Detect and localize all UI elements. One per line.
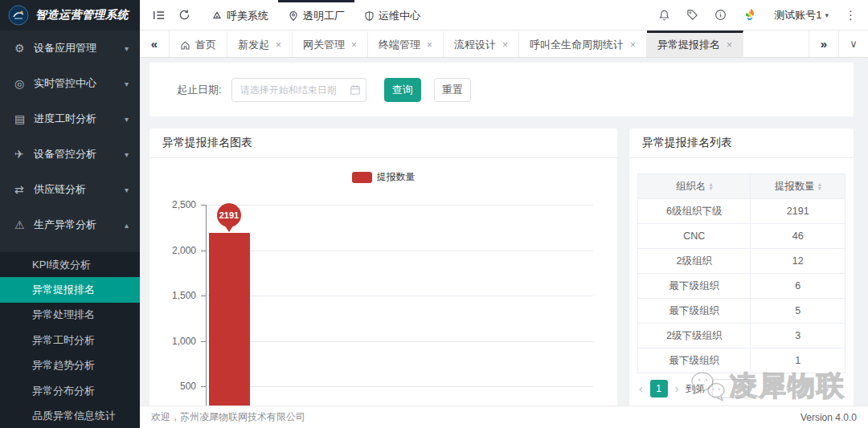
more-options-icon[interactable]: ⋮ [845,8,857,22]
wrench-icon: ⚙ [14,42,34,55]
tab-label: 终端管理 [379,38,420,52]
version-text: Version 4.0.0 [800,412,857,423]
topbar-left: 呼美系统透明工厂运维中心 [140,0,430,30]
close-icon[interactable]: × [630,39,636,51]
table-cell: 46 [751,224,845,249]
tab-网关管理[interactable]: 网关管理× [293,31,368,57]
sidebar-subitem-异常趋势分析[interactable]: 异常趋势分析 [0,353,140,378]
topnav-label: 呼美系统 [227,9,268,23]
sidebar-group-设备管控分析[interactable]: ✈设备管控分析▾ [0,137,140,172]
chevron-down-icon: ∨ [850,38,858,50]
info-icon[interactable] [714,9,727,21]
sidebar-subitem-品质异常信息统计[interactable]: 品质异常信息统计 [0,403,140,428]
welcome-text: 欢迎，苏州凌犀物联网技术有限公司 [151,410,305,424]
tab-label: 首页 [195,38,216,52]
chart-ytick-label: 2,500 [149,199,196,210]
current-page-button[interactable]: 1 [650,380,668,397]
sidebar-subitem-异常处理排名[interactable]: 异常处理排名 [0,303,140,328]
column-header-组织名[interactable]: 组织名▴▾ [638,174,751,199]
collapse-menu-icon[interactable] [153,10,166,21]
caret-down-icon: ▾ [818,186,821,190]
sidebar-group-label: 进度工时分析 [34,112,125,126]
table-cell: 2级组织 [638,249,751,274]
caret-down-icon: ▾ [709,186,712,190]
sidebar-group-设备应用管理[interactable]: ⚙设备应用管理▾ [0,31,140,66]
table-cell: 2191 [751,199,845,224]
tabs-spacer [743,31,809,57]
tabs-scroll-left-button[interactable]: « [140,31,170,57]
sidebar-submenu: KPI绩效分析异常提报排名异常处理排名异常工时分析异常趋势分析异常分布分析品质异… [0,252,140,428]
table-row: 最下级组织1 [638,349,845,373]
table-cell: 3 [751,324,845,349]
sidebar-group-进度工时分析[interactable]: ▤进度工时分析▾ [0,101,140,137]
chevron-down-icon: ▾ [825,11,829,19]
sidebar-subitem-异常工时分析[interactable]: 异常工时分析 [0,328,140,353]
sidebar-subitem-KPI绩效分析[interactable]: KPI绩效分析 [0,252,140,277]
recycle-icon [211,10,223,22]
table-cell: 1 [751,349,845,373]
tag-icon[interactable] [686,9,698,21]
close-icon[interactable]: × [727,39,732,51]
date-range-input[interactable] [231,78,366,102]
tab-首页[interactable]: 首页 [170,31,227,57]
sidebar-group-实时管控中心[interactable]: ◎实时管控中心▾ [0,66,140,101]
footer: 欢迎，苏州凌犀物联网技术有限公司 Version 4.0.0 [140,406,868,428]
table-cell: 2级下级组织 [638,324,751,349]
close-icon[interactable]: × [427,39,432,51]
user-menu[interactable]: 测试账号1 ▾ [774,8,829,22]
close-icon[interactable]: × [276,39,281,51]
close-icon[interactable]: × [351,39,357,51]
tabs-scroll-right-button[interactable]: » [809,31,838,57]
chart-ytick-label: 1,500 [149,290,196,301]
tab-流程设计[interactable]: 流程设计× [444,31,519,57]
tab-label: 流程设计 [454,38,496,52]
rank-table-wrap: 组织名▴▾提报数量▴▾6级组织下级2191CNC462级组织12最下级组织6最下… [637,173,845,373]
prev-page-icon[interactable]: ‹ [639,382,643,395]
table-row: 6级组织下级2191 [638,199,845,224]
tab-终端管理[interactable]: 终端管理× [368,31,444,57]
column-header-提报数量[interactable]: 提报数量▴▾ [751,174,845,199]
topnav-label: 运维中心 [379,9,420,23]
reset-button[interactable]: 重置 [434,78,471,102]
bell-icon[interactable] [658,9,670,22]
sidebar-group-label: 生产异常分析 [34,218,125,232]
search-button[interactable]: 查询 [384,78,421,102]
date-range-wrap [231,78,366,102]
jump-page-input[interactable] [712,379,749,398]
table-cell: 6 [751,274,845,299]
topnav-label: 透明工厂 [303,9,345,23]
chart-data-label: 2191 [217,203,241,227]
chart-gridline [206,386,593,387]
column-header-label: 组织名 [676,181,706,192]
tabs-collapse-button[interactable]: ∨ [838,31,868,57]
app-logo-icon [8,5,29,26]
chart-bar[interactable] [209,233,250,428]
rank-list-title: 异常提报排名列表 [629,128,854,158]
sidebar-subitem-异常提报排名[interactable]: 异常提报排名 [0,277,140,302]
refresh-icon[interactable] [178,9,190,21]
chart-gridline [206,205,593,206]
table-cell: 最下级组织 [638,349,751,373]
topnav-运维中心[interactable]: 运维中心 [354,0,430,30]
tab-异常提报排名[interactable]: 异常提报排名× [647,31,743,57]
topnav-透明工厂[interactable]: 透明工厂 [278,0,354,30]
close-icon[interactable]: × [502,39,508,51]
chart-ytick-label: 2,000 [149,245,196,256]
topnav-呼美系统[interactable]: 呼美系统 [202,0,278,30]
next-page-icon[interactable]: › [675,382,679,395]
sort-icon[interactable]: ▴▾ [818,182,821,190]
sidebar-subitem-异常分布分析[interactable]: 异常分布分析 [0,378,140,403]
tab-新发起[interactable]: 新发起× [227,31,293,57]
sort-icon[interactable]: ▴▾ [709,182,712,190]
sidebar-group-生产异常分析[interactable]: ⚠生产异常分析▴ [0,207,140,243]
column-header-label: 提报数量 [775,181,815,192]
app-root: 智造运营管理系统 ⚙设备应用管理▾◎实时管控中心▾▤进度工时分析▾✈设备管控分析… [0,0,868,428]
app-logo: 智造运营管理系统 [0,0,140,31]
pagination: ‹ 1 › 到第 [639,379,749,398]
sidebar-group-供应链分析[interactable]: ⇄供应链分析▾ [0,172,140,207]
chart-legend[interactable]: 提报数量 [149,170,617,184]
table-row: 2级下级组织3 [638,324,845,349]
tab-呼叫全生命周期统计[interactable]: 呼叫全生命周期统计× [519,31,647,57]
table-cell: 12 [751,249,845,274]
tab-label: 异常提报排名 [657,38,720,52]
